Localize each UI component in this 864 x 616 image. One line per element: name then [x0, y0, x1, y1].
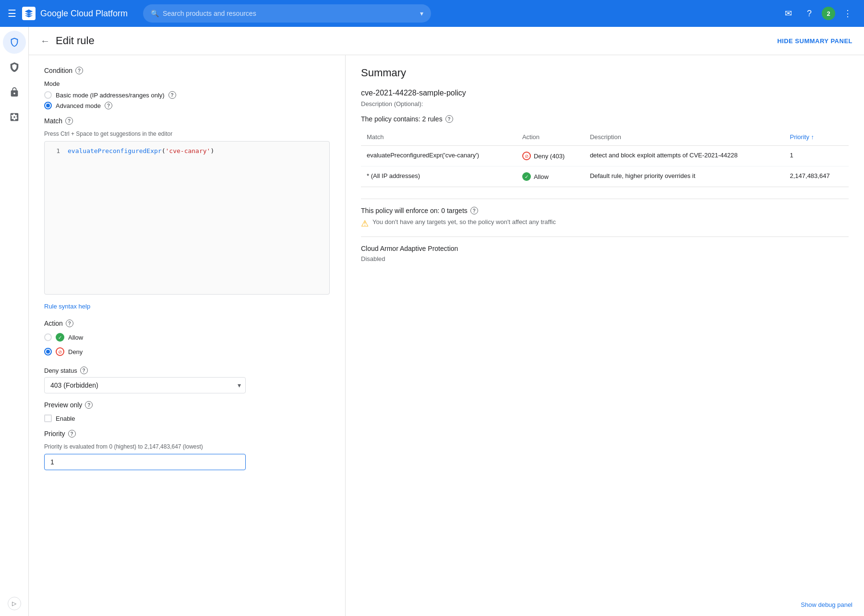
sidebar: ▷	[0, 27, 29, 616]
allow-icon: ✓	[56, 333, 64, 342]
sidebar-item-security[interactable]	[3, 56, 26, 79]
sidebar-item-lock[interactable]	[3, 81, 26, 104]
summary-table: Match Action Description Priority ↑ eval…	[361, 129, 849, 187]
preview-enable-checkbox[interactable]	[44, 415, 52, 422]
row1-action-label: Deny (403)	[534, 153, 564, 160]
logo-icon	[22, 7, 36, 20]
enforce-help-icon[interactable]: ?	[470, 207, 478, 214]
left-panel: Condition ? Mode Basic mode (IP addresse…	[29, 55, 346, 616]
mode-basic-radio[interactable]	[44, 91, 52, 99]
table-row: evaluatePreconfiguredExpr('cve-canary') …	[361, 146, 849, 166]
action-allow-option[interactable]: ✓ Allow	[44, 333, 330, 342]
match-label: Match ?	[44, 117, 330, 125]
action-section: Action ? ✓ Allow ⊘ Deny	[44, 320, 330, 359]
priority-hint: Priority is evaluated from 0 (highest) t…	[44, 443, 330, 450]
action-options: ✓ Allow ⊘ Deny	[44, 333, 330, 359]
col-priority[interactable]: Priority ↑	[784, 129, 849, 146]
rules-count-label: The policy contains: 2 rules ?	[361, 115, 849, 123]
search-dropdown-arrow[interactable]: ▾	[420, 10, 423, 17]
match-section: Match ? Press Ctrl + Space to get sugges…	[44, 117, 330, 295]
summary-table-body: evaluatePreconfiguredExpr('cve-canary') …	[361, 146, 849, 187]
enforce-warning-text: You don't have any targets yet, so the p…	[372, 218, 556, 225]
app-logo: Google Cloud Platform	[22, 7, 128, 20]
page-title: Edit rule	[56, 35, 95, 47]
mode-basic-help[interactable]: ?	[168, 91, 176, 99]
hide-summary-button[interactable]: HIDE SUMMARY PANEL	[777, 37, 852, 45]
priority-section: Priority ? Priority is evaluated from 0 …	[44, 430, 330, 470]
mode-section: Mode Basic mode (IP addresses/ranges onl…	[44, 80, 330, 109]
sidebar-collapse-toggle[interactable]: ▷	[8, 597, 21, 610]
action-deny-radio[interactable]	[44, 348, 52, 355]
row2-description: Default rule, higher priority overrides …	[584, 166, 784, 187]
mode-advanced-radio[interactable]	[44, 102, 52, 109]
sidebar-item-settings[interactable]	[3, 106, 26, 129]
app-layout: ▷ ← Edit rule HIDE SUMMARY PANEL Conditi…	[0, 27, 864, 616]
preview-section-label: Preview only ?	[44, 401, 330, 409]
page-header-left: ← Edit rule	[40, 35, 95, 47]
deny-status-select-wrapper: 403 (Forbidden) 404 (Not Found) 429 (Too…	[44, 377, 246, 393]
mode-advanced-label: Advanced mode	[56, 102, 101, 109]
condition-help-icon[interactable]: ?	[75, 67, 83, 74]
row2-allow-icon: ✓	[522, 172, 531, 181]
deny-icon: ⊘	[56, 347, 64, 356]
preview-section: Preview only ? Enable	[44, 401, 330, 422]
search-icon: 🔍	[151, 10, 159, 17]
deny-status-select[interactable]: 403 (Forbidden) 404 (Not Found) 429 (Too…	[44, 377, 246, 393]
adaptive-title: Cloud Armor Adaptive Protection	[361, 245, 849, 252]
priority-help-icon[interactable]: ?	[68, 430, 76, 438]
summary-title: Summary	[361, 67, 849, 79]
enforce-warning-row: ⚠ You don't have any targets yet, so the…	[361, 218, 849, 229]
row1-match: evaluatePreconfiguredExpr('cve-canary')	[361, 146, 516, 166]
help-button[interactable]: ?	[801, 5, 818, 22]
col-action: Action	[516, 129, 584, 146]
table-row: * (All IP addresses) ✓ Allow Default rul…	[361, 166, 849, 187]
search-input[interactable]	[163, 10, 416, 17]
debug-panel-link[interactable]: Show debug panel	[801, 601, 852, 608]
action-help-icon[interactable]: ?	[66, 320, 73, 327]
navbar-actions: ✉ ? 2 ⋮	[780, 5, 856, 22]
code-editor[interactable]: 1 evaluatePreconfiguredExpr('cve-canary'…	[44, 141, 330, 295]
summary-table-head: Match Action Description Priority ↑	[361, 129, 849, 146]
action-allow-label: Allow	[68, 334, 83, 341]
syntax-help-link[interactable]: Rule syntax help	[44, 303, 90, 310]
deny-status-help[interactable]: ?	[80, 367, 88, 374]
preview-help-icon[interactable]: ?	[85, 401, 93, 409]
sidebar-item-armor[interactable]	[3, 31, 26, 54]
notifications-button[interactable]: ✉	[780, 5, 797, 22]
row1-deny-icon: ⊘	[522, 152, 531, 160]
rules-help-icon[interactable]: ?	[445, 115, 453, 123]
mode-label: Mode	[44, 80, 330, 87]
action-deny-option[interactable]: ⊘ Deny	[44, 347, 330, 356]
preview-enable-row[interactable]: Enable	[44, 415, 330, 422]
code-line-content: evaluatePreconfiguredExpr('cve-canary')	[68, 147, 214, 154]
mode-advanced-option[interactable]: Advanced mode ?	[44, 102, 330, 109]
action-allow-radio[interactable]	[44, 333, 52, 341]
row1-action: ⊘ Deny (403)	[516, 146, 584, 166]
more-options-button[interactable]: ⋮	[839, 5, 856, 22]
row2-action-label: Allow	[534, 173, 549, 180]
deny-status-label: Deny status	[44, 367, 77, 374]
menu-icon[interactable]: ☰	[8, 8, 16, 19]
code-line-1: 1 evaluatePreconfiguredExpr('cve-canary'…	[50, 147, 324, 154]
app-title: Google Cloud Platform	[40, 9, 128, 19]
back-button[interactable]: ←	[40, 36, 50, 47]
page-header: ← Edit rule HIDE SUMMARY PANEL	[29, 27, 864, 55]
row2-priority: 2,147,483,647	[784, 166, 849, 187]
right-panel: Summary cve-2021-44228-sample-policy Des…	[346, 55, 864, 616]
action-deny-label: Deny	[68, 348, 83, 355]
match-help-icon[interactable]: ?	[65, 117, 73, 125]
mode-basic-option[interactable]: Basic mode (IP addresses/ranges only) ?	[44, 91, 330, 99]
divider-2	[361, 237, 849, 237]
search-bar[interactable]: 🔍 ▾	[143, 4, 431, 23]
account-badge[interactable]: 2	[822, 7, 835, 20]
policy-description-label: Description (Optional):	[361, 100, 849, 107]
enforce-section: This policy will enforce on: 0 targets ?…	[361, 207, 849, 229]
warning-icon: ⚠	[361, 218, 369, 229]
mode-advanced-help[interactable]: ?	[105, 102, 112, 109]
priority-input[interactable]	[44, 454, 246, 470]
condition-section-label: Condition ?	[44, 67, 330, 74]
code-line-number: 1	[50, 147, 60, 154]
navbar: ☰ Google Cloud Platform 🔍 ▾ ✉ ? 2 ⋮	[0, 0, 864, 27]
deny-status-section: Deny status ? 403 (Forbidden) 404 (Not F…	[44, 367, 330, 393]
row2-action: ✓ Allow	[516, 166, 584, 187]
